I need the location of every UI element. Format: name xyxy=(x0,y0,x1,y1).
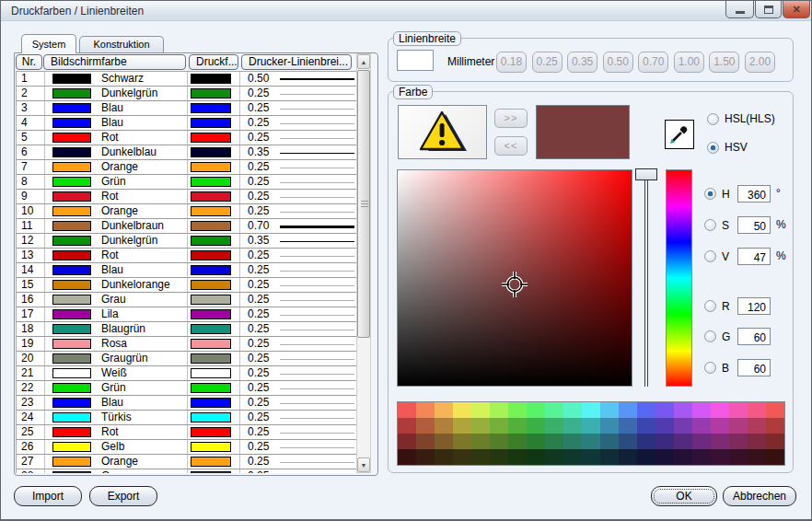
print-color-swatch[interactable] xyxy=(191,457,231,467)
palette-cell[interactable] xyxy=(637,402,655,418)
screen-color-swatch[interactable] xyxy=(52,383,91,393)
table-row[interactable]: 3Blau0.25 xyxy=(17,101,356,116)
screen-color-swatch[interactable] xyxy=(52,221,91,231)
palette-cell[interactable] xyxy=(729,434,748,449)
green-radio[interactable] xyxy=(704,330,716,342)
print-color-swatch[interactable] xyxy=(191,471,231,473)
palette-cell[interactable] xyxy=(766,402,784,418)
palette-cell[interactable] xyxy=(582,402,600,418)
linewidth-preset-button[interactable]: 2.00 xyxy=(745,52,775,73)
linewidth-preset-button[interactable]: 0.70 xyxy=(638,52,668,73)
linewidth-preset-button[interactable]: 1.50 xyxy=(709,52,739,73)
palette-cell[interactable] xyxy=(674,418,692,434)
palette-cell[interactable] xyxy=(453,449,471,465)
value-radio[interactable] xyxy=(704,250,716,262)
table-row[interactable]: 10Orange0.25 xyxy=(17,204,356,219)
screen-color-swatch[interactable] xyxy=(52,398,91,408)
red-radio[interactable] xyxy=(704,300,716,312)
print-color-swatch[interactable] xyxy=(191,133,231,143)
palette-cell[interactable] xyxy=(582,449,600,465)
palette-cell[interactable] xyxy=(490,402,508,418)
print-color-swatch[interactable] xyxy=(191,147,231,157)
palette-cell[interactable] xyxy=(453,434,471,449)
table-row[interactable]: 25Rot0.25 xyxy=(17,425,356,440)
apply-back-button[interactable]: << xyxy=(494,136,528,156)
cancel-button[interactable]: Abbrechen xyxy=(723,486,796,506)
palette-cell[interactable] xyxy=(398,434,416,449)
table-row[interactable]: 4Blau0.25 xyxy=(17,116,356,131)
palette-cell[interactable] xyxy=(545,449,563,465)
color-palette-grid[interactable] xyxy=(397,401,785,466)
palette-cell[interactable] xyxy=(729,402,748,418)
maximize-button[interactable] xyxy=(755,1,782,18)
screen-color-swatch[interactable] xyxy=(52,118,91,128)
table-row[interactable]: 24Türkis0.25 xyxy=(17,411,356,425)
print-color-swatch[interactable] xyxy=(191,88,231,98)
table-row[interactable]: 5Rot0.25 xyxy=(17,131,356,145)
red-field[interactable] xyxy=(737,297,771,315)
print-color-swatch[interactable] xyxy=(191,74,231,84)
table-row[interactable]: 28Grau0.25 xyxy=(17,469,356,473)
palette-cell[interactable] xyxy=(398,402,416,418)
palette-cell[interactable] xyxy=(692,449,711,465)
table-row[interactable]: 16Grau0.25 xyxy=(17,293,356,307)
screen-color-swatch[interactable] xyxy=(52,324,91,334)
palette-cell[interactable] xyxy=(508,418,527,434)
value-field[interactable] xyxy=(737,248,771,265)
palette-cell[interactable] xyxy=(435,402,453,418)
linewidth-input[interactable] xyxy=(397,50,434,71)
table-row[interactable]: 2Dunkelgrün0.25 xyxy=(17,87,356,101)
palette-cell[interactable] xyxy=(674,434,692,449)
palette-cell[interactable] xyxy=(711,434,729,449)
print-color-swatch[interactable] xyxy=(191,280,231,290)
palette-cell[interactable] xyxy=(692,418,711,434)
screen-color-swatch[interactable] xyxy=(52,353,91,364)
palette-cell[interactable] xyxy=(766,418,784,434)
print-color-swatch[interactable] xyxy=(191,103,231,113)
palette-cell[interactable] xyxy=(527,449,545,465)
table-row[interactable]: 13Rot0.25 xyxy=(17,249,356,263)
palette-cell[interactable] xyxy=(527,434,545,449)
table-row[interactable]: 22Grün0.25 xyxy=(17,381,356,396)
screen-color-swatch[interactable] xyxy=(52,442,91,452)
print-color-swatch[interactable] xyxy=(191,236,231,246)
hsl-radio[interactable] xyxy=(707,113,719,125)
table-row[interactable]: 17Lila0.25 xyxy=(17,307,356,322)
crosshair-icon[interactable] xyxy=(498,268,531,301)
palette-cell[interactable] xyxy=(398,449,416,465)
eyedropper-button[interactable] xyxy=(665,120,694,149)
palette-cell[interactable] xyxy=(637,434,655,449)
palette-cell[interactable] xyxy=(490,418,508,434)
palette-cell[interactable] xyxy=(545,418,563,434)
print-color-swatch[interactable] xyxy=(191,118,231,128)
table-row[interactable]: 11Dunkelbraun0.70 xyxy=(17,219,356,234)
screen-color-swatch[interactable] xyxy=(52,250,91,260)
palette-cell[interactable] xyxy=(637,449,655,465)
print-color-swatch[interactable] xyxy=(191,309,231,319)
table-row[interactable]: 18Blaugrün0.25 xyxy=(17,322,356,337)
column-header-screen-color[interactable]: Bildschirmfarbe xyxy=(43,54,186,70)
palette-cell[interactable] xyxy=(729,418,748,434)
table-row[interactable]: 6Dunkelblau0.35 xyxy=(17,145,356,160)
palette-cell[interactable] xyxy=(563,402,582,418)
screen-color-swatch[interactable] xyxy=(52,295,91,305)
table-row[interactable]: 7Orange0.25 xyxy=(17,160,356,175)
palette-cell[interactable] xyxy=(453,402,471,418)
palette-cell[interactable] xyxy=(416,449,435,465)
print-color-swatch[interactable] xyxy=(191,265,231,275)
palette-cell[interactable] xyxy=(600,418,619,434)
palette-cell[interactable] xyxy=(435,434,453,449)
palette-cell[interactable] xyxy=(748,434,766,449)
blue-radio[interactable] xyxy=(704,362,716,374)
palette-cell[interactable] xyxy=(582,434,600,449)
print-color-swatch[interactable] xyxy=(191,177,231,187)
palette-cell[interactable] xyxy=(619,449,637,465)
palette-cell[interactable] xyxy=(508,449,527,465)
palette-cell[interactable] xyxy=(471,418,490,434)
palette-cell[interactable] xyxy=(398,418,416,434)
palette-cell[interactable] xyxy=(674,402,692,418)
export-button[interactable]: Export xyxy=(89,486,157,506)
palette-cell[interactable] xyxy=(527,418,545,434)
palette-cell[interactable] xyxy=(563,449,582,465)
palette-cell[interactable] xyxy=(416,402,435,418)
